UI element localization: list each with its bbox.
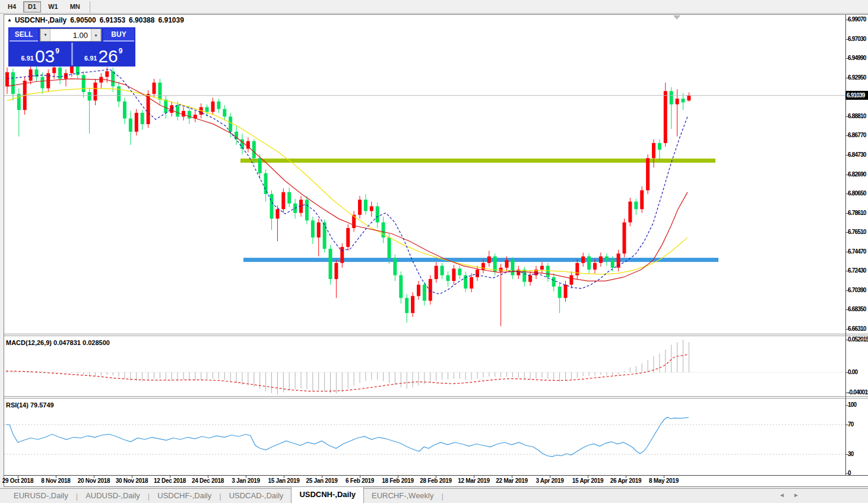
price-axis-label: 6.72430 <box>848 267 866 274</box>
time-axis-label: 26 Apr 2019 <box>604 477 648 484</box>
time-axis-label: 12 Mar 2019 <box>452 477 496 484</box>
rsi-axis-label: 70 <box>848 421 854 428</box>
high-value: 6.91353 <box>100 16 125 24</box>
time-axis-label: 18 Feb 2019 <box>376 477 420 484</box>
time-axis-label: 3 Apr 2019 <box>528 477 572 484</box>
time-axis-label: 12 Dec 2018 <box>148 477 192 484</box>
tab-scroll-left-icon[interactable]: ◄ <box>779 492 785 498</box>
time-axis-label: 28 Feb 2019 <box>414 477 458 484</box>
symbol-period-label: USDCNH-,Daily <box>15 16 66 24</box>
toolbar-separator <box>90 1 90 12</box>
timeframe-button-d1[interactable]: D1 <box>23 1 41 12</box>
time-axis-label: 25 Jan 2019 <box>300 477 344 484</box>
tab-scroll-arrows: ◄► <box>779 492 807 498</box>
volume-input[interactable] <box>50 29 91 41</box>
one-click-trading-panel: SELL ▾ ▴ BUY 6.91039 6.91269 <box>8 27 135 67</box>
macd-axis-label: 0.00 <box>848 369 857 375</box>
symbol-tab-bar: EURUSD-,Daily|AUDUSD-,Daily|USDCHF-,Dail… <box>0 488 868 503</box>
close-value: 6.91039 <box>158 16 183 24</box>
price-axis-label: 6.66310 <box>848 325 866 332</box>
caret-down-icon: ▾ <box>44 32 46 37</box>
tab-separator: | <box>442 492 443 501</box>
rsi-label: RSI(14) 79.5749 <box>6 401 54 409</box>
rsi-axis-label: 30 <box>848 451 854 457</box>
time-axis-label: 3 Jan 2019 <box>224 477 268 484</box>
time-axis-label: 15 Apr 2019 <box>566 477 610 484</box>
caret-up-icon: ▴ <box>94 32 97 37</box>
volume-decrease-button[interactable]: ▾ <box>40 29 50 41</box>
buy-price-display[interactable]: 6.91269 <box>73 43 135 65</box>
price-axis-label: 6.74470 <box>848 248 866 255</box>
rsi-pane[interactable] <box>4 398 845 475</box>
tab-usdcad[interactable]: USDCAD-,Daily <box>221 489 292 503</box>
sell-price-prefix: 6.91 <box>21 55 34 62</box>
price-axis-label: 6.76510 <box>848 229 866 235</box>
price-axis-label: 6.70390 <box>848 287 866 293</box>
open-value: 6.90500 <box>70 16 96 24</box>
price-axis-label: 6.84730 <box>848 151 866 158</box>
tab-usdchf[interactable]: USDCHF-,Daily <box>150 489 219 503</box>
price-axis-label: 6.82690 <box>848 171 866 178</box>
price-axis-label: 6.92950 <box>848 74 866 81</box>
buy-price-pipette: 9 <box>119 47 123 55</box>
price-axis-label: 6.88810 <box>848 113 866 119</box>
time-axis-label: 20 Nov 2018 <box>72 477 116 484</box>
current-price-tag: 6.91039 <box>845 91 868 100</box>
time-axis-label: 8 May 2019 <box>642 477 686 484</box>
rsi-axis-label: 100 <box>848 401 856 408</box>
tab-scroll-right-icon[interactable]: ► <box>793 492 799 498</box>
sell-price-pipette: 9 <box>55 47 59 55</box>
collapse-arrow-icon[interactable]: ▲ <box>7 17 12 23</box>
volume-increase-button[interactable]: ▴ <box>91 29 101 41</box>
tab-audusd[interactable]: AUDUSD-,Daily <box>78 489 148 503</box>
macd-axis-label: -0.040019 <box>848 389 868 396</box>
time-axis-label: 6 Feb 2019 <box>338 477 382 484</box>
tab-eurusd[interactable]: EURUSD-,Daily <box>6 489 76 503</box>
timeframe-button-w1[interactable]: W1 <box>43 1 63 12</box>
volume-spinner: ▾ ▴ <box>40 29 102 42</box>
buy-button[interactable]: BUY <box>103 29 134 42</box>
buy-price-big-digits: 26 <box>98 48 118 64</box>
time-axis-label: 22 Mar 2019 <box>490 477 534 484</box>
sell-price-big-digits: 03 <box>35 48 55 64</box>
macd-label: MACD(12,26,9) 0.047831 0.028500 <box>6 339 110 346</box>
rsi-axis-label: 0 <box>848 470 851 476</box>
buy-price-prefix: 6.91 <box>84 55 97 62</box>
tab-usdcnh[interactable]: USDCNH-,Daily <box>291 486 364 503</box>
macd-pane[interactable] <box>4 336 845 396</box>
price-axis-label: 6.80650 <box>848 190 866 197</box>
price-axis-label: 6.78610 <box>848 210 866 216</box>
price-axis-label: 6.86770 <box>848 132 866 138</box>
price-axis-label: 6.68350 <box>848 306 866 312</box>
timeframe-button-h4[interactable]: H4 <box>3 1 21 12</box>
timeframe-button-mn[interactable]: MN <box>65 1 85 12</box>
low-value: 6.90388 <box>129 16 154 24</box>
sell-button[interactable]: SELL <box>9 29 38 42</box>
time-axis-label: 8 Nov 2018 <box>34 477 78 484</box>
time-axis-label: 30 Nov 2018 <box>110 477 154 484</box>
macd-axis-label: 0.052015 <box>848 336 868 343</box>
time-axis-label: 15 Jan 2019 <box>262 477 306 484</box>
chart-title: ▲USDCNH-,Daily6.905006.913536.903886.910… <box>7 16 184 24</box>
price-axis-label: 6.94990 <box>848 55 866 61</box>
price-axis-label: 6.99070 <box>848 16 866 23</box>
timeframe-toolbar: H4D1W1MN <box>0 0 868 14</box>
tab-eurchf[interactable]: EURCHF-,Weekly <box>364 489 442 503</box>
price-axis-label: 6.97030 <box>848 36 866 42</box>
time-axis-label: 24 Dec 2018 <box>186 477 230 484</box>
sell-price-display[interactable]: 6.91039 <box>9 43 73 65</box>
